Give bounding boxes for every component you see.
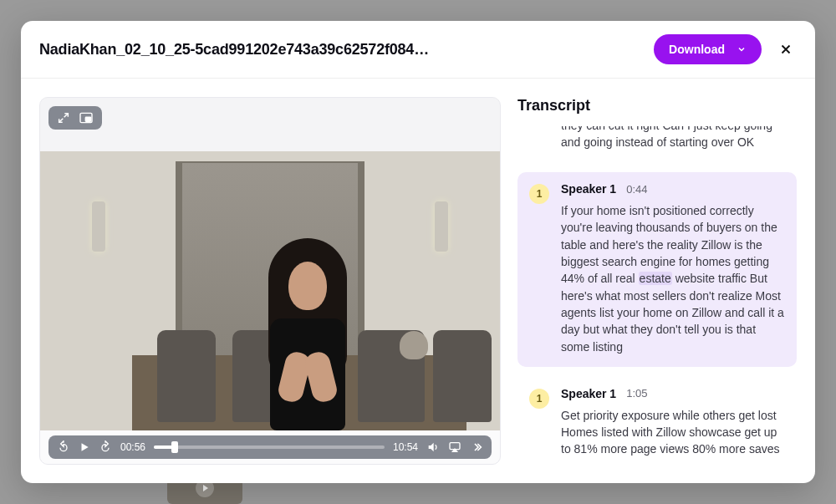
speaker-avatar: 1: [529, 184, 549, 204]
expand-icon[interactable]: [57, 111, 70, 125]
speaker-name: Speaker 1: [561, 387, 616, 400]
highlighted-word: estate: [639, 272, 672, 285]
video-frame[interactable]: [40, 151, 500, 430]
airplay-icon[interactable]: [448, 440, 461, 454]
video-controls: 00:56 10:54: [48, 435, 492, 459]
modal-body: 00:56 10:54: [21, 79, 815, 483]
svg-rect-2: [85, 117, 90, 121]
progress-thumb[interactable]: [171, 441, 178, 453]
picture-in-picture-icon[interactable]: [79, 112, 94, 124]
speaker-name: Speaker 1: [561, 182, 616, 196]
play-icon[interactable]: [79, 441, 90, 453]
download-label: Download: [669, 43, 725, 56]
rewind-icon[interactable]: [57, 440, 70, 454]
download-button[interactable]: Download: [654, 34, 762, 64]
close-button[interactable]: [775, 38, 797, 60]
more-icon[interactable]: [470, 440, 483, 454]
video-controls-bar: 00:56 10:54: [40, 430, 500, 464]
segment-body: Speaker 10:44If your home isn't position…: [561, 182, 785, 355]
player-overlay-tools: [40, 98, 500, 151]
forward-icon[interactable]: [99, 440, 112, 454]
transcript-pane: Transcript 1Speaker 10:12appears on Zill…: [514, 79, 815, 483]
segment-header: Speaker 11:05: [561, 387, 785, 400]
transcript-scroll[interactable]: 1Speaker 10:12appears on Zillow What if …: [517, 126, 797, 483]
player-tool-pill: [48, 106, 102, 130]
close-icon: [778, 42, 793, 57]
transcript-title: Transcript: [517, 97, 797, 115]
duration: 10:54: [393, 441, 418, 453]
header-actions: Download: [654, 34, 797, 64]
segment-timestamp: 1:05: [626, 387, 647, 400]
video-review-modal: NadiaKhan_02_10_25-5cad991202e743a39c625…: [21, 21, 815, 483]
volume-icon[interactable]: [426, 440, 440, 454]
file-title: NadiaKhan_02_10_25-5cad991202e743a39c625…: [39, 41, 429, 59]
segment-text: If your home isn't positioned correctly …: [561, 202, 785, 355]
speaker-avatar: 1: [529, 389, 549, 409]
transcript-segment[interactable]: 1Speaker 11:05Get priority exposure whil…: [517, 377, 797, 470]
chevron-down-icon: [737, 44, 747, 54]
segment-header: Speaker 10:44: [561, 182, 785, 196]
transcript-segment[interactable]: 1Speaker 10:12appears on Zillow What if …: [517, 126, 797, 162]
video-pane: 00:56 10:54: [21, 79, 514, 483]
current-time: 00:56: [120, 441, 145, 453]
segment-body: Speaker 11:05Get priority exposure while…: [561, 387, 785, 458]
segment-text: appears on Zillow What if your home un s…: [561, 126, 785, 150]
modal-header: NadiaKhan_02_10_25-5cad991202e743a39c625…: [21, 21, 815, 79]
transcript-segment[interactable]: 1Speaker 10:44If your home isn't positio…: [517, 172, 797, 367]
progress-track[interactable]: [154, 445, 385, 449]
video-player: 00:56 10:54: [39, 97, 501, 465]
segment-body: Speaker 10:12appears on Zillow What if y…: [561, 126, 785, 150]
segment-text: Get priority exposure while others get l…: [561, 407, 785, 458]
segment-timestamp: 0:44: [626, 183, 647, 196]
